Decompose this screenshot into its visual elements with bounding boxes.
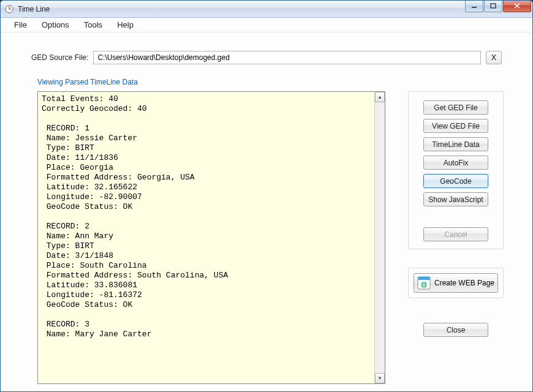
menu-file[interactable]: File — [7, 19, 34, 31]
maximize-button[interactable] — [484, 1, 502, 12]
app-icon — [4, 4, 14, 14]
view-ged-file-button[interactable]: View GED File — [423, 119, 488, 133]
status-text: Viewing Parsed TimeLine Data — [37, 78, 521, 86]
web-page-icon — [417, 276, 431, 290]
window-title: Time Line — [18, 5, 464, 13]
source-file-label: GED Source File: — [31, 53, 88, 62]
menu-help[interactable]: Help — [110, 19, 141, 31]
action-button-group: Get GED File View GED File TimeLine Data… — [408, 91, 504, 249]
menu-options[interactable]: Options — [34, 19, 77, 31]
source-file-input[interactable] — [93, 51, 481, 64]
side-column: Get GED File View GED File TimeLine Data… — [404, 91, 508, 384]
scroll-down-icon[interactable]: ▼ — [375, 373, 385, 383]
autofix-button[interactable]: AutoFix — [423, 156, 488, 170]
window-controls — [464, 1, 531, 17]
titlebar[interactable]: Time Line — [1, 1, 532, 18]
create-web-page-button[interactable]: Create WEB Page — [414, 273, 498, 293]
geocode-button[interactable]: GeoCode — [423, 174, 488, 188]
svg-rect-8 — [418, 277, 430, 280]
source-file-row: GED Source File: X — [31, 51, 502, 64]
web-button-group: Create WEB Page — [408, 268, 504, 298]
close-button[interactable]: Close — [423, 323, 488, 337]
menu-tools[interactable]: Tools — [77, 19, 110, 31]
scroll-up-icon[interactable]: ▲ — [375, 92, 385, 102]
client-area: GED Source File: X Viewing Parsed TimeLi… — [1, 32, 532, 391]
get-ged-file-button[interactable]: Get GED File — [423, 100, 488, 115]
minimize-button[interactable] — [465, 1, 483, 12]
timeline-data-button[interactable]: TimeLine Data — [423, 137, 488, 151]
create-web-page-label: Create WEB Page — [434, 279, 494, 287]
output-panel: Total Events: 40 Correctly Geocoded: 40 … — [37, 91, 385, 384]
scroll-track[interactable] — [375, 102, 385, 373]
scrollbar[interactable]: ▲ ▼ — [374, 92, 385, 383]
svg-rect-4 — [491, 4, 496, 8]
app-window: Time Line File Options Tools Help GED So… — [0, 0, 533, 392]
show-javascript-button[interactable]: Show JavaScript — [423, 192, 488, 206]
cancel-button[interactable]: Cancel — [423, 227, 488, 241]
menubar: File Options Tools Help — [1, 18, 532, 32]
output-text[interactable]: Total Events: 40 Correctly Geocoded: 40 … — [38, 92, 374, 383]
clear-source-button[interactable]: X — [486, 51, 502, 64]
close-window-button[interactable] — [503, 1, 531, 12]
main-row: Total Events: 40 Correctly Geocoded: 40 … — [37, 91, 521, 384]
